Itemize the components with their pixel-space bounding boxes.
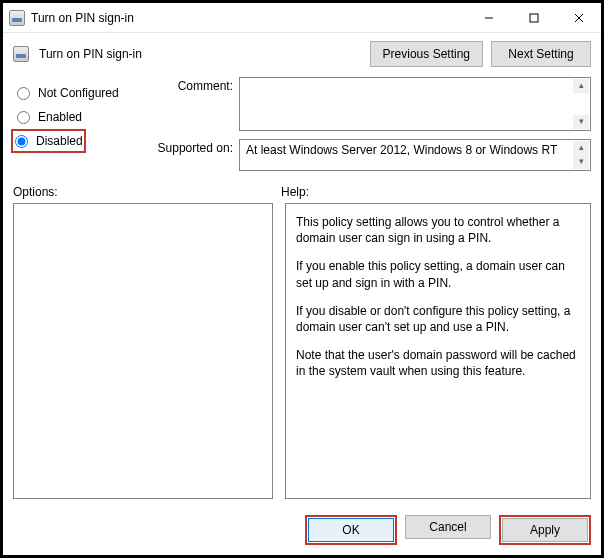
help-paragraph: Note that the user's domain password wil… (296, 347, 580, 379)
header-row: Turn on PIN sign-in Previous Setting Nex… (3, 33, 601, 77)
help-paragraph: If you disable or don't configure this p… (296, 303, 580, 335)
radio-disabled[interactable]: Disabled (11, 129, 86, 153)
radio-not-configured-input[interactable] (17, 87, 30, 100)
button-bar: OK Cancel Apply (3, 507, 601, 555)
fields-column: Comment: ▴ ▾ Supported on: At least Wind… (151, 77, 591, 171)
next-setting-button[interactable]: Next Setting (491, 41, 591, 67)
apply-button[interactable]: Apply (502, 518, 588, 542)
options-pane (13, 203, 273, 499)
titlebar: Turn on PIN sign-in (3, 3, 601, 33)
svg-rect-1 (530, 14, 538, 22)
apply-highlight: Apply (499, 515, 591, 545)
help-pane: This policy setting allows you to contro… (285, 203, 591, 499)
radio-disabled-input[interactable] (15, 135, 28, 148)
help-label: Help: (281, 185, 309, 199)
cancel-button[interactable]: Cancel (405, 515, 491, 539)
pane-labels: Options: Help: (3, 171, 601, 203)
policy-icon (11, 46, 31, 62)
radio-not-configured[interactable]: Not Configured (13, 81, 141, 105)
ok-button[interactable]: OK (308, 518, 394, 542)
help-paragraph: If you enable this policy setting, a dom… (296, 258, 580, 290)
close-button[interactable] (556, 3, 601, 32)
previous-setting-button[interactable]: Previous Setting (370, 41, 483, 67)
supported-box: At least Windows Server 2012, Windows 8 … (239, 139, 591, 171)
scroll-up-icon[interactable]: ▴ (573, 141, 589, 155)
scroll-down-icon[interactable]: ▾ (573, 155, 589, 169)
comment-scroll[interactable]: ▴ ▾ (573, 79, 589, 129)
radio-not-configured-label: Not Configured (38, 86, 119, 100)
supported-label: Supported on: (151, 139, 233, 155)
ok-highlight: OK (305, 515, 397, 545)
radio-enabled-label: Enabled (38, 110, 82, 124)
comment-input[interactable]: ▴ ▾ (239, 77, 591, 131)
comment-row: Comment: ▴ ▾ (151, 77, 591, 131)
radio-enabled-input[interactable] (17, 111, 30, 124)
policy-title: Turn on PIN sign-in (39, 47, 362, 61)
config-row: Not Configured Enabled Disabled Comment:… (3, 77, 601, 171)
supported-row: Supported on: At least Windows Server 20… (151, 139, 591, 171)
state-radio-group: Not Configured Enabled Disabled (13, 77, 141, 171)
supported-scroll[interactable]: ▴ ▾ (573, 141, 589, 169)
app-icon (3, 10, 31, 26)
help-paragraph: This policy setting allows you to contro… (296, 214, 580, 246)
radio-disabled-label: Disabled (36, 134, 83, 148)
window-title: Turn on PIN sign-in (31, 11, 466, 25)
panes: This policy setting allows you to contro… (3, 203, 601, 507)
options-label: Options: (13, 185, 281, 199)
scroll-down-icon[interactable]: ▾ (573, 115, 589, 129)
maximize-button[interactable] (511, 3, 556, 32)
scroll-up-icon[interactable]: ▴ (573, 79, 589, 93)
comment-label: Comment: (151, 77, 233, 93)
minimize-button[interactable] (466, 3, 511, 32)
supported-value: At least Windows Server 2012, Windows 8 … (246, 143, 557, 157)
radio-enabled[interactable]: Enabled (13, 105, 141, 129)
